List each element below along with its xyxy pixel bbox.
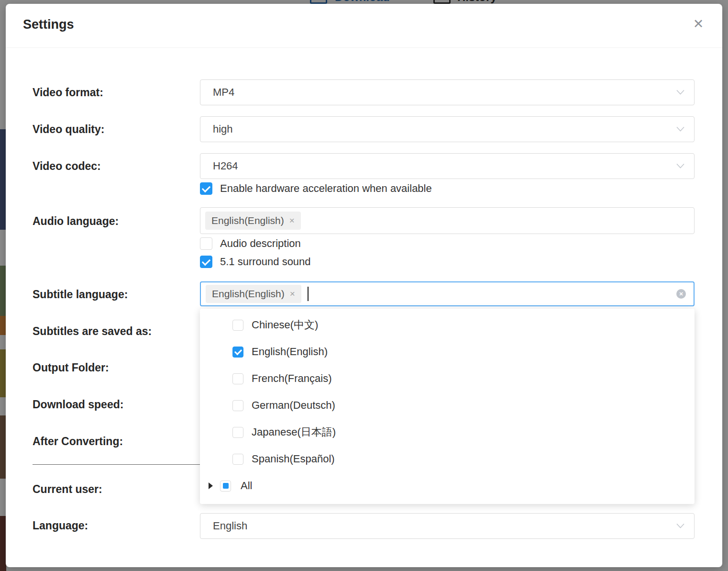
audio-language-input[interactable]: English(English) × bbox=[200, 207, 695, 234]
language-label: Language: bbox=[33, 519, 88, 532]
option-checkbox[interactable] bbox=[232, 347, 243, 358]
video-quality-label: Video quality: bbox=[33, 123, 104, 136]
audio-language-tag: English(English) × bbox=[205, 212, 301, 230]
chevron-down-icon bbox=[676, 524, 684, 529]
surround-sound-checkbox-label[interactable]: 5.1 surround sound bbox=[220, 256, 311, 268]
tag-remove-icon[interactable]: × bbox=[290, 289, 295, 299]
screen: Download History Settings ✕ Video format… bbox=[0, 0, 728, 571]
video-format-select[interactable]: MP4 bbox=[200, 79, 695, 105]
subtitle-language-tag-text: English(English) bbox=[212, 288, 285, 300]
text-cursor bbox=[308, 287, 309, 301]
current-user-label: Current user: bbox=[33, 482, 102, 496]
settings-dialog: Settings ✕ Video format: Video quality: … bbox=[6, 4, 722, 567]
video-codec-select[interactable]: H264 bbox=[200, 153, 695, 179]
subtitle-language-dropdown: Chinese(中文) English(English) French(Fran… bbox=[200, 309, 695, 504]
subtitle-language-input[interactable]: English(English) × ✕ bbox=[200, 281, 695, 306]
option-checkbox[interactable] bbox=[232, 427, 243, 438]
subtitle-language-tag: English(English) × bbox=[206, 285, 301, 303]
video-quality-value: high bbox=[213, 123, 233, 135]
video-format-value: MP4 bbox=[213, 86, 234, 99]
subtitles-saved-as-label: Subtitles are saved as: bbox=[33, 325, 152, 338]
option-label[interactable]: English(English) bbox=[252, 346, 328, 358]
video-quality-select[interactable]: high bbox=[200, 116, 695, 142]
option-checkbox[interactable] bbox=[232, 373, 243, 384]
chevron-down-icon bbox=[676, 90, 684, 95]
hw-accel-checkbox[interactable] bbox=[200, 182, 212, 195]
audio-description-row: Audio description bbox=[200, 237, 301, 250]
all-label[interactable]: All bbox=[241, 480, 252, 492]
dropdown-option-all[interactable]: All bbox=[200, 472, 695, 499]
option-checkbox[interactable] bbox=[232, 320, 243, 331]
option-checkbox[interactable] bbox=[232, 454, 243, 465]
option-checkbox[interactable] bbox=[232, 400, 243, 411]
surround-sound-checkbox[interactable] bbox=[200, 256, 212, 268]
dropdown-option-japanese[interactable]: Japanese(日本語) bbox=[200, 419, 695, 446]
chevron-down-icon bbox=[676, 164, 684, 169]
dialog-title: Settings bbox=[23, 17, 74, 32]
option-label[interactable]: Japanese(日本語) bbox=[252, 425, 336, 439]
download-speed-label: Download speed: bbox=[33, 398, 123, 411]
all-checkbox[interactable] bbox=[220, 481, 231, 492]
after-converting-label: After Converting: bbox=[33, 435, 123, 448]
audio-language-label: Audio language: bbox=[33, 214, 119, 228]
language-select[interactable]: English bbox=[200, 513, 695, 539]
hw-accel-row: Enable hardware acceleration when availa… bbox=[200, 182, 432, 195]
option-label[interactable]: Spanish(Español) bbox=[252, 453, 335, 465]
close-icon[interactable]: ✕ bbox=[690, 15, 707, 33]
option-label[interactable]: German(Deutsch) bbox=[252, 399, 335, 412]
option-label[interactable]: French(Français) bbox=[252, 372, 331, 385]
video-format-label: Video format: bbox=[33, 86, 103, 99]
language-value: English bbox=[213, 520, 247, 532]
output-folder-label: Output Folder: bbox=[33, 361, 109, 374]
video-codec-label: Video codec: bbox=[33, 159, 101, 173]
video-codec-value: H264 bbox=[213, 160, 238, 172]
clear-input-icon[interactable]: ✕ bbox=[676, 289, 686, 299]
dialog-header: Settings ✕ bbox=[6, 4, 722, 48]
hw-accel-checkbox-label[interactable]: Enable hardware acceleration when availa… bbox=[220, 182, 432, 195]
dropdown-option-english[interactable]: English(English) bbox=[200, 338, 695, 365]
option-label[interactable]: Chinese(中文) bbox=[252, 318, 318, 332]
subtitle-language-label: Subtitle language: bbox=[33, 288, 128, 301]
surround-sound-row: 5.1 surround sound bbox=[200, 256, 311, 268]
dropdown-option-chinese[interactable]: Chinese(中文) bbox=[200, 312, 695, 338]
expand-arrow-icon[interactable] bbox=[209, 482, 213, 489]
audio-description-checkbox-label[interactable]: Audio description bbox=[220, 237, 301, 250]
dropdown-option-spanish[interactable]: Spanish(Español) bbox=[200, 446, 695, 472]
tag-remove-icon[interactable]: × bbox=[289, 215, 295, 226]
chevron-down-icon bbox=[676, 127, 684, 132]
dropdown-option-german[interactable]: German(Deutsch) bbox=[200, 392, 695, 419]
dropdown-option-french[interactable]: French(Français) bbox=[200, 365, 695, 392]
audio-language-tag-text: English(English) bbox=[211, 215, 284, 226]
audio-description-checkbox[interactable] bbox=[200, 237, 212, 250]
